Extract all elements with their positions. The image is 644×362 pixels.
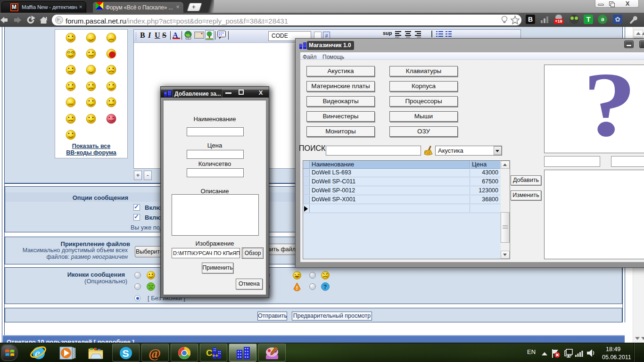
svg-text:!: ! [296, 285, 298, 291]
svg-text:++: ++ [212, 353, 218, 358]
svg-text:C: C [206, 348, 213, 358]
svg-text:@: @ [149, 346, 161, 361]
svg-text:?: ? [323, 284, 327, 290]
svg-text:S: S [123, 348, 129, 359]
